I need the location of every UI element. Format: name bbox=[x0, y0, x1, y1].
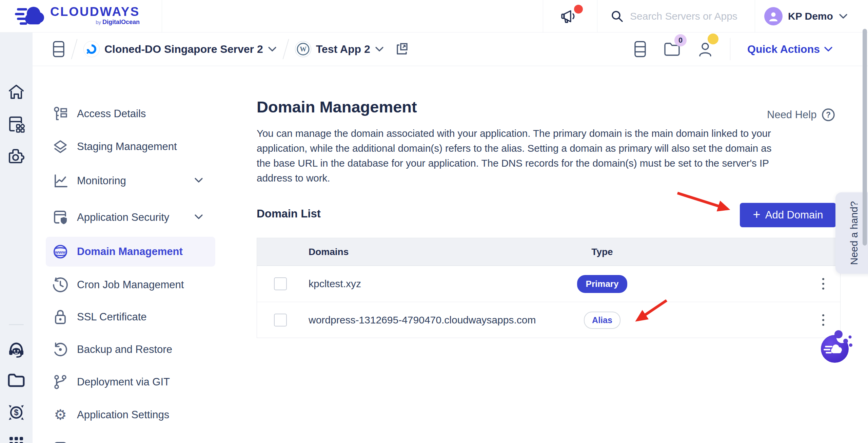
referral-nav-button[interactable]: $ bbox=[0, 404, 33, 421]
open-app-external-link-icon[interactable] bbox=[395, 42, 408, 56]
breadcrumb-separator bbox=[71, 39, 77, 59]
sidebar-item-label: Backup and Restore bbox=[77, 343, 172, 356]
add-domain-label: Add Domain bbox=[765, 209, 823, 221]
cloudways-logo[interactable]: CLOUDWAYS byDigitalOcean bbox=[14, 3, 140, 28]
sidebar-item-label: Cron Job Management bbox=[77, 279, 184, 291]
servers-list-icon[interactable] bbox=[52, 40, 65, 58]
server-selector[interactable]: Cloned-DO Singapore Server 2 bbox=[83, 41, 277, 57]
git-branch-icon bbox=[53, 374, 68, 390]
search-icon bbox=[610, 9, 624, 23]
chevron-down-icon bbox=[824, 46, 833, 52]
context-bar: Cloned-DO Singapore Server 2 W Test App … bbox=[33, 33, 868, 66]
www-globe-icon: www bbox=[53, 244, 68, 260]
sidebar-item-ssl-certificate[interactable]: SSL Certificate bbox=[46, 302, 215, 332]
chevron-down-icon bbox=[839, 13, 848, 19]
restore-icon bbox=[53, 342, 68, 357]
svg-text:www: www bbox=[55, 250, 66, 255]
sidebar-item-label: Staging Management bbox=[77, 141, 177, 153]
sidebar-item-label: Application Security bbox=[77, 211, 169, 224]
sidebar-item-staging-management[interactable]: Staging Management bbox=[46, 132, 215, 162]
brand-by-word: by bbox=[96, 19, 101, 25]
shield-doc-icon bbox=[53, 210, 68, 225]
row-checkbox[interactable] bbox=[274, 277, 287, 290]
chat-widget-icon bbox=[821, 335, 868, 372]
sidebar-item-application-settings[interactable]: ⚙ Application Settings bbox=[46, 400, 215, 430]
quick-actions-button[interactable]: Quick Actions bbox=[747, 43, 833, 56]
sidebar-item-backup-and-restore[interactable]: Backup and Restore bbox=[46, 335, 215, 364]
app-name: Test App 2 bbox=[316, 43, 370, 56]
context-actions: 0 Quick Actions bbox=[634, 33, 833, 66]
sidebar-item-label: Domain Management bbox=[77, 246, 183, 258]
global-search[interactable] bbox=[597, 0, 754, 32]
team-button[interactable] bbox=[697, 41, 713, 57]
sidebar-item-deployment-via-git[interactable]: Deployment via GIT bbox=[46, 367, 215, 397]
sidebar-item-domain-management[interactable]: www Domain Management bbox=[46, 237, 215, 267]
user-menu[interactable]: KP Demo bbox=[755, 0, 868, 32]
domains-table: Domains Type kpcltest.xyz Primary wordpr… bbox=[257, 238, 841, 338]
key-icon bbox=[53, 106, 68, 122]
wordpress-icon: W bbox=[295, 41, 311, 57]
brand-name: CLOUDWAYS bbox=[50, 5, 140, 18]
question-circle-icon: ? bbox=[821, 108, 835, 122]
sidebar-item-partial[interactable] bbox=[46, 433, 215, 443]
top-header: CLOUDWAYS byDigitalOcean bbox=[0, 0, 868, 33]
sidebar-item-cron-job-management[interactable]: Cron Job Management bbox=[46, 270, 215, 300]
sidebar-item-label: Access Details bbox=[77, 108, 146, 120]
svg-text:W: W bbox=[300, 45, 307, 53]
table-row: wordpress-1312695-4790470.cloudwaysapps.… bbox=[257, 302, 840, 338]
row-actions-menu-button[interactable] bbox=[813, 302, 833, 338]
table-header: Domains Type bbox=[257, 238, 840, 266]
addons-nav-button[interactable] bbox=[0, 148, 33, 165]
page-description: You can manage the domain associated wit… bbox=[257, 126, 775, 186]
row-actions-menu-button[interactable] bbox=[813, 266, 833, 302]
chat-widget-button[interactable] bbox=[821, 335, 849, 363]
support-nav-button[interactable] bbox=[0, 341, 33, 358]
scrollbar-thumb[interactable] bbox=[863, 29, 867, 246]
clock-history-icon bbox=[53, 277, 68, 293]
arrow-to-add-domain bbox=[677, 193, 728, 209]
page-title: Domain Management bbox=[257, 98, 417, 116]
apps-grid-nav-button[interactable] bbox=[0, 436, 33, 443]
context-divider bbox=[730, 38, 730, 60]
sidebar-item-monitoring[interactable]: Monitoring bbox=[46, 166, 215, 196]
need-help-link[interactable]: Need Help ? bbox=[767, 108, 835, 122]
domain-name: kpcltest.xyz bbox=[309, 266, 361, 302]
projects-button[interactable]: 0 bbox=[664, 42, 680, 57]
chevron-down-icon bbox=[375, 46, 384, 52]
padlock-icon bbox=[53, 309, 68, 325]
svg-text:$: $ bbox=[14, 408, 19, 417]
layers-icon bbox=[53, 139, 68, 154]
sidebar-item-application-security[interactable]: Application Security bbox=[46, 203, 215, 232]
column-header-type: Type bbox=[558, 238, 646, 266]
home-nav-button[interactable] bbox=[0, 84, 33, 100]
search-input[interactable] bbox=[630, 10, 749, 22]
servers-apps-nav-button[interactable] bbox=[0, 116, 33, 133]
row-checkbox[interactable] bbox=[274, 314, 287, 326]
domain-name: wordpress-1312695-4790470.cloudwaysapps.… bbox=[309, 302, 536, 338]
cloudways-cloud-icon bbox=[14, 3, 47, 28]
need-help-label: Need Help bbox=[767, 109, 816, 121]
need-a-hand-label: Need a hand? bbox=[848, 201, 860, 265]
breadcrumb-separator bbox=[282, 39, 289, 59]
home-icon bbox=[8, 84, 24, 100]
headset-support-icon bbox=[8, 341, 25, 358]
digitalocean-icon bbox=[83, 41, 100, 57]
projects-nav-button[interactable] bbox=[0, 373, 33, 387]
add-domain-button[interactable]: + Add Domain bbox=[740, 203, 836, 227]
chevron-down-icon bbox=[268, 46, 277, 52]
server-apps-icon bbox=[8, 116, 25, 133]
sidebar-item-label: Monitoring bbox=[77, 175, 126, 187]
user-name: KP Demo bbox=[788, 10, 833, 22]
primary-badge: Primary bbox=[577, 275, 628, 293]
server-shortcut-button[interactable] bbox=[634, 40, 647, 58]
brand-byline-text: DigitalOcean bbox=[102, 19, 140, 25]
announcements-button[interactable] bbox=[543, 0, 597, 32]
server-name: Cloned-DO Singapore Server 2 bbox=[104, 43, 263, 56]
breadcrumb: Cloned-DO Singapore Server 2 W Test App … bbox=[52, 33, 408, 66]
sidebar-item-access-details[interactable]: Access Details bbox=[46, 99, 215, 129]
rail-divider bbox=[9, 324, 24, 325]
table-row: kpcltest.xyz Primary bbox=[257, 266, 840, 302]
app-selector[interactable]: W Test App 2 bbox=[295, 41, 384, 57]
alias-badge: Alias bbox=[584, 312, 620, 329]
chevron-down-icon bbox=[194, 214, 203, 220]
